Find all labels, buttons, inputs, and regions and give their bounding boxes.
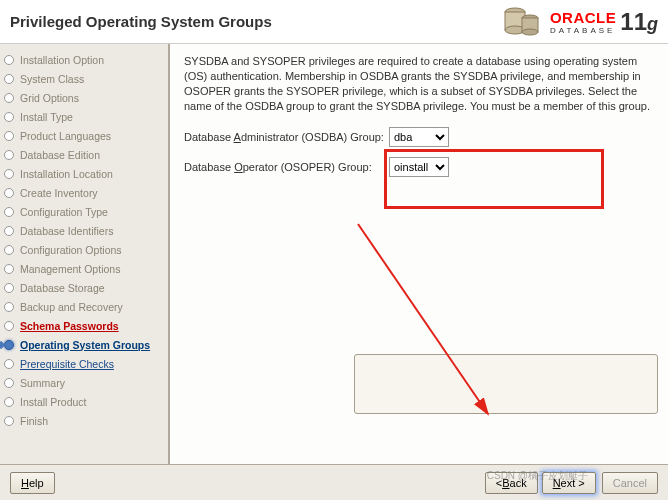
header: Privileged Operating System Groups ORACL… — [0, 0, 668, 44]
step-dot-icon — [4, 416, 14, 426]
sidebar-step-3: Install Type — [0, 107, 168, 126]
step-label: Database Storage — [20, 282, 105, 294]
step-label: Install Type — [20, 111, 73, 123]
step-dot-icon — [4, 321, 14, 331]
sidebar-step-2: Grid Options — [0, 88, 168, 107]
step-dot-icon — [4, 226, 14, 236]
step-dot-icon — [4, 245, 14, 255]
message-panel — [354, 354, 658, 414]
server-icon — [500, 4, 542, 40]
step-label: Install Product — [20, 396, 87, 408]
osdba-label: Database Administrator (OSDBA) Group: — [184, 131, 389, 143]
step-label: Product Languages — [20, 130, 111, 142]
sidebar-step-7: Create Inventory — [0, 183, 168, 202]
step-dot-icon — [4, 112, 14, 122]
step-dot-icon — [4, 283, 14, 293]
step-label: Database Identifiers — [20, 225, 113, 237]
step-dot-icon — [4, 74, 14, 84]
osoper-group-select[interactable]: oinstalldba — [389, 157, 449, 177]
brand-sub: DATABASE — [550, 26, 616, 35]
brand-name: ORACLE — [550, 9, 616, 26]
step-label: Installation Location — [20, 168, 113, 180]
step-label: Grid Options — [20, 92, 79, 104]
step-dot-icon — [4, 397, 14, 407]
sidebar-step-5: Database Edition — [0, 145, 168, 164]
step-label: Installation Option — [20, 54, 104, 66]
sidebar-step-1: System Class — [0, 69, 168, 88]
footer: Help < Back Next > Cancel — [0, 464, 668, 500]
sidebar-step-18: Install Product — [0, 392, 168, 411]
oracle-logo: ORACLE DATABASE 11g — [550, 8, 658, 36]
step-dot-icon — [4, 340, 14, 350]
step-dot-icon — [4, 169, 14, 179]
sidebar-step-15[interactable]: Operating System Groups — [0, 335, 168, 354]
wizard-sidebar: Installation OptionSystem ClassGrid Opti… — [0, 44, 170, 464]
sidebar-step-0: Installation Option — [0, 50, 168, 69]
sidebar-step-12: Database Storage — [0, 278, 168, 297]
next-button[interactable]: Next > — [542, 472, 596, 494]
sidebar-step-6: Installation Location — [0, 164, 168, 183]
help-button[interactable]: Help — [10, 472, 55, 494]
sidebar-step-9: Database Identifiers — [0, 221, 168, 240]
step-label: Create Inventory — [20, 187, 98, 199]
step-dot-icon — [4, 207, 14, 217]
step-label: Summary — [20, 377, 65, 389]
sidebar-step-19: Finish — [0, 411, 168, 430]
step-dot-icon — [4, 55, 14, 65]
cancel-button[interactable]: Cancel — [602, 472, 658, 494]
step-label: Backup and Recovery — [20, 301, 123, 313]
step-label: Schema Passwords — [20, 320, 119, 332]
back-button[interactable]: < Back — [485, 472, 538, 494]
sidebar-step-4: Product Languages — [0, 126, 168, 145]
step-label: Configuration Options — [20, 244, 122, 256]
sidebar-step-8: Configuration Type — [0, 202, 168, 221]
svg-point-5 — [522, 29, 538, 35]
step-dot-icon — [4, 264, 14, 274]
step-dot-icon — [4, 131, 14, 141]
sidebar-step-14[interactable]: Schema Passwords — [0, 316, 168, 335]
content-panel: SYSDBA and SYSOPER privileges are requir… — [170, 44, 668, 464]
step-label: Management Options — [20, 263, 120, 275]
step-label: Operating System Groups — [20, 339, 150, 351]
page-title: Privileged Operating System Groups — [10, 13, 500, 30]
step-label: Prerequisite Checks — [20, 358, 114, 370]
step-label: System Class — [20, 73, 84, 85]
sidebar-step-16[interactable]: Prerequisite Checks — [0, 354, 168, 373]
description-text: SYSDBA and SYSOPER privileges are requir… — [184, 54, 654, 113]
sidebar-step-13: Backup and Recovery — [0, 297, 168, 316]
step-dot-icon — [4, 302, 14, 312]
step-label: Configuration Type — [20, 206, 108, 218]
osoper-label: Database Operator (OSOPER) Group: — [184, 161, 389, 173]
step-dot-icon — [4, 188, 14, 198]
sidebar-step-10: Configuration Options — [0, 240, 168, 259]
step-dot-icon — [4, 93, 14, 103]
osdba-group-select[interactable]: dbaoinstall — [389, 127, 449, 147]
step-label: Finish — [20, 415, 48, 427]
sidebar-step-11: Management Options — [0, 259, 168, 278]
sidebar-step-17: Summary — [0, 373, 168, 392]
step-dot-icon — [4, 150, 14, 160]
step-label: Database Edition — [20, 149, 100, 161]
step-dot-icon — [4, 359, 14, 369]
brand-version: 11g — [620, 8, 658, 36]
step-dot-icon — [4, 378, 14, 388]
